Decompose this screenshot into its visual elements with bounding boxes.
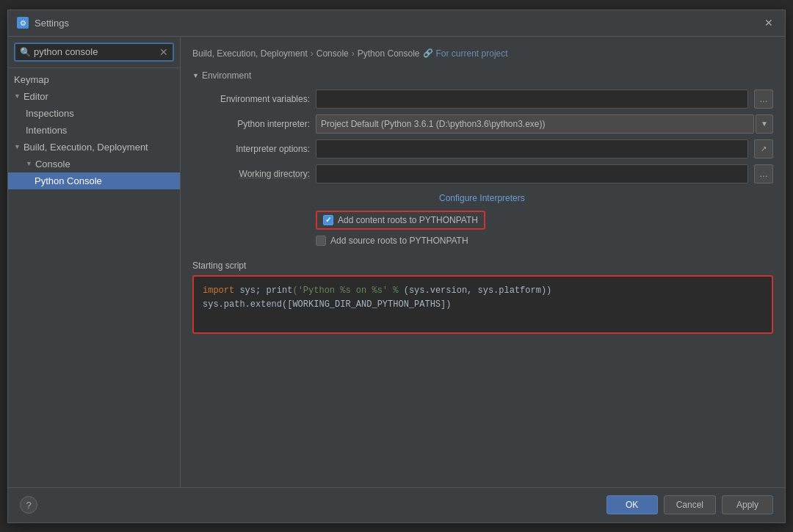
script-section-label: Starting script [192, 260, 773, 271]
console-expand-icon: ▼ [26, 160, 32, 167]
editor-label: Editor [23, 91, 48, 102]
breadcrumb-icon: 🔗 [423, 48, 433, 58]
add-content-roots-checkbox[interactable]: ✓ [323, 215, 333, 225]
env-vars-row: Environment variables: … [192, 90, 773, 109]
search-icon: 🔍 [20, 47, 31, 57]
add-source-roots-label: Add source roots to PYTHONPATH [330, 236, 468, 246]
sidebar-item-intentions[interactable]: Intentions [8, 122, 180, 139]
add-content-roots-label: Add content roots to PYTHONPATH [338, 215, 478, 225]
code-line-2: sys.path.extend([WORKING_DIR_AND_PYTHON_… [203, 298, 763, 312]
sidebar-item-build-exec[interactable]: ▼ Build, Execution, Deployment [8, 139, 180, 156]
sidebar-item-keymap[interactable]: Keymap [8, 71, 180, 88]
code-sys-part1: sys; [234, 284, 266, 298]
interpreter-dropdown-btn[interactable]: ▼ [756, 114, 773, 134]
keymap-label: Keymap [14, 74, 49, 85]
settings-icon: ⚙ [17, 17, 29, 29]
script-editor[interactable]: import sys; print ('Python %s on %s' % (… [192, 275, 773, 334]
code-print-fn: print [266, 284, 292, 298]
build-label: Build, Execution, Deployment [23, 142, 148, 153]
build-expand-icon: ▼ [14, 143, 21, 150]
configure-interpreters-link[interactable]: Configure Interpreters [316, 193, 525, 203]
env-vars-browse-btn[interactable]: … [754, 90, 773, 109]
breadcrumb-part3: Python Console [358, 48, 420, 59]
dialog-footer: ? OK Cancel Apply [8, 487, 785, 522]
breadcrumb-sep2: › [352, 48, 355, 59]
script-section: Starting script import sys; print ('Pyth… [192, 260, 773, 334]
interpreter-options-input[interactable] [316, 139, 748, 158]
code-print-args: (sys.version, sys.platform)) [398, 284, 551, 298]
console-label: Console [35, 158, 70, 170]
working-dir-input[interactable] [316, 164, 748, 183]
code-import-keyword: import [203, 284, 234, 298]
working-dir-label: Working directory: [192, 169, 310, 179]
breadcrumb-for-current: For current project [436, 48, 508, 59]
code-line-1: import sys; print ('Python %s on %s' % (… [203, 284, 763, 298]
interpreter-options-btn[interactable]: ↗ [754, 139, 773, 158]
breadcrumb-part2: Console [316, 48, 349, 59]
add-source-roots-row: Add source roots to PYTHONPATH [192, 236, 773, 246]
breadcrumb: Build, Execution, Deployment › Console ›… [192, 48, 773, 59]
env-section-label: Environment [202, 70, 251, 81]
interpreter-row: Python interpreter: Project Default (Pyt… [192, 114, 773, 134]
sidebar-item-inspections[interactable]: Inspections [8, 105, 180, 122]
code-sys-extend: sys.path.extend([WORKING_DIR_AND_PYTHON_… [203, 298, 451, 312]
search-clear-icon[interactable]: ✕ [159, 46, 168, 58]
settings-dialog: ⚙ Settings ✕ 🔍 ✕ Keymap ▼ Editor [7, 10, 786, 523]
ok-button[interactable]: OK [606, 495, 658, 514]
breadcrumb-sep1: › [311, 48, 314, 59]
interpreter-options-row: Interpreter options: ↗ [192, 139, 773, 158]
code-print-string: ('Python %s on %s' % [292, 284, 398, 298]
add-content-roots-row: ✓ Add content roots to PYTHONPATH [192, 211, 773, 230]
interpreter-select[interactable]: Project Default (Python 3.6.1 (D:\python… [316, 114, 754, 134]
environment-section-header: ▼ Environment [192, 70, 773, 81]
add-source-roots-checkbox[interactable] [316, 236, 326, 246]
cancel-button[interactable]: Cancel [664, 495, 716, 514]
breadcrumb-part1: Build, Execution, Deployment [192, 48, 308, 59]
interpreter-label: Python interpreter: [192, 119, 310, 129]
close-button[interactable]: ✕ [761, 15, 776, 30]
sidebar-item-console[interactable]: ▼ Console [8, 156, 180, 172]
interpreter-select-wrapper: Project Default (Python 3.6.1 (D:\python… [316, 114, 773, 134]
dialog-body: 🔍 ✕ Keymap ▼ Editor Inspections Intentio… [8, 37, 785, 487]
inspections-label: Inspections [26, 108, 74, 119]
sidebar: 🔍 ✕ Keymap ▼ Editor Inspections Intentio… [8, 37, 181, 487]
dialog-title: Settings [35, 18, 69, 29]
sidebar-item-python-console[interactable]: Python Console [8, 172, 180, 189]
title-bar-left: ⚙ Settings [17, 17, 69, 29]
intentions-label: Intentions [26, 125, 67, 136]
help-button[interactable]: ? [20, 496, 37, 514]
sidebar-item-editor[interactable]: ▼ Editor [8, 88, 180, 105]
search-wrapper: 🔍 ✕ [14, 43, 174, 62]
working-dir-row: Working directory: … [192, 164, 773, 183]
search-input[interactable] [34, 46, 156, 57]
env-vars-label: Environment variables: [192, 94, 310, 104]
editor-expand-icon: ▼ [14, 92, 21, 100]
content-panel: Build, Execution, Deployment › Console ›… [181, 37, 785, 487]
nav-tree: Keymap ▼ Editor Inspections Intentions ▼… [8, 68, 180, 487]
title-bar: ⚙ Settings ✕ [8, 10, 785, 37]
env-vars-input[interactable] [316, 90, 748, 109]
env-expand-icon: ▼ [192, 72, 199, 79]
footer-left: ? [20, 496, 601, 514]
apply-button[interactable]: Apply [722, 495, 773, 514]
working-dir-browse-btn[interactable]: … [754, 164, 773, 183]
interpreter-options-label: Interpreter options: [192, 144, 310, 154]
python-console-label: Python Console [35, 175, 102, 186]
search-box: 🔍 ✕ [8, 37, 180, 68]
